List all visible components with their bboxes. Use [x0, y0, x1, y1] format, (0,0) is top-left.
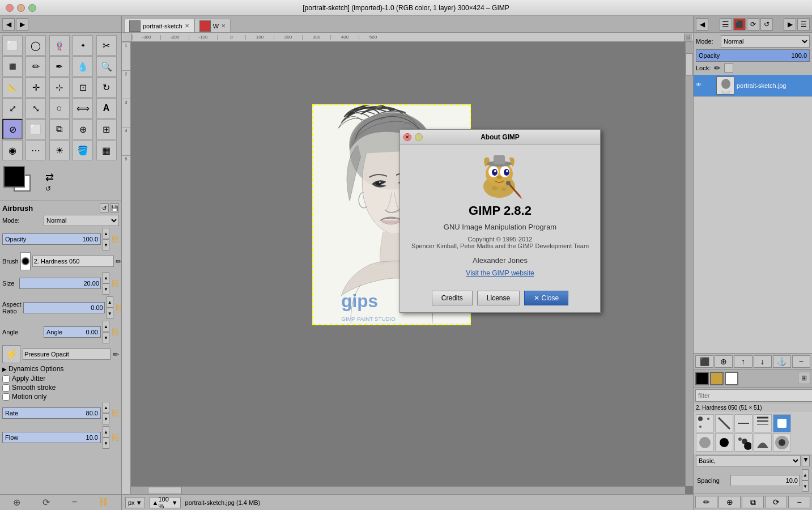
close-window-btn[interactable] [6, 4, 14, 12]
save-tool-btn[interactable]: 💾 [110, 203, 119, 212]
license-button[interactable]: License [477, 291, 520, 305]
brush-cell[interactable] [696, 434, 714, 452]
refresh-btn[interactable]: ⟳ [42, 497, 50, 508]
aspect-ratio-field[interactable] [23, 302, 105, 313]
aspect-up-btn[interactable]: ▲ [107, 296, 113, 308]
delete-btn[interactable]: − [72, 497, 77, 508]
brush-cell[interactable] [696, 414, 714, 432]
brushes-expand-btn[interactable]: ⊞ [798, 372, 810, 384]
smooth-stroke-checkbox[interactable] [2, 384, 10, 392]
toolbox-tab-fwd[interactable]: ▶ [16, 18, 28, 31]
angle-down-btn[interactable]: ▼ [103, 332, 109, 343]
tool-airbrush[interactable]: ⊘ [2, 119, 23, 139]
tool-paths[interactable]: ✏ [25, 56, 46, 76]
tool-crop[interactable]: ⊡ [73, 77, 93, 97]
angle-up-btn[interactable]: ▲ [103, 321, 109, 332]
anchor-layer-btn[interactable]: ⚓ [773, 355, 791, 368]
tool-flip[interactable]: ⟺ [73, 98, 93, 118]
tab-w[interactable]: W ✕ [194, 19, 231, 32]
duplicate-layer-btn[interactable]: ↓ [754, 355, 772, 368]
flow-up-btn[interactable]: ▲ [103, 426, 109, 437]
flow-down-btn[interactable]: ▼ [103, 437, 109, 449]
flow-chain-icon[interactable]: ⛓ [111, 433, 119, 442]
brush-cell[interactable] [715, 414, 733, 432]
tool-heal[interactable]: ⊕ [73, 119, 93, 139]
rate-chain-icon[interactable]: ⛓ [111, 409, 119, 418]
tool-fuzzy-select[interactable]: ✦ [73, 35, 93, 56]
channels-icon-btn[interactable]: ⬛ [733, 18, 746, 31]
tool-scale[interactable]: ⤢ [2, 98, 23, 118]
size-down-btn[interactable]: ▼ [103, 283, 109, 295]
close-about-button[interactable]: ✕ Close [524, 291, 568, 305]
tool-magnify[interactable]: 🔍 [96, 56, 117, 76]
mid-color[interactable] [710, 372, 724, 385]
new-layer-group-btn[interactable]: ⬛ [695, 355, 713, 368]
layers-icon-btn[interactable]: ☰ [720, 18, 732, 31]
dialog-min-btn[interactable] [415, 133, 423, 141]
website-link[interactable]: Visit the GIMP website [466, 269, 534, 277]
motion-only-checkbox[interactable] [2, 393, 10, 401]
rate-up-btn[interactable]: ▲ [103, 402, 109, 413]
flow-field[interactable]: Flow 10.0 [2, 432, 101, 443]
brush-preview[interactable] [20, 252, 31, 270]
mode-select[interactable]: Normal [44, 215, 119, 226]
foreground-color[interactable] [3, 166, 25, 188]
tool-rect-select[interactable]: ⬜ [2, 35, 23, 56]
brush-cell[interactable] [734, 434, 753, 452]
tool-perspective-clone[interactable]: ⊞ [96, 119, 117, 139]
size-up-btn[interactable]: ▲ [103, 272, 109, 283]
tool-shear[interactable]: ⤡ [25, 98, 46, 118]
tab-close-w[interactable]: ✕ [221, 23, 226, 29]
tool-foreground-select[interactable]: ⬛ [2, 56, 23, 76]
bg-color-small[interactable] [725, 372, 738, 385]
opacity-field[interactable]: Opacity 100.0 [2, 233, 101, 245]
credits-button[interactable]: Credits [432, 291, 473, 305]
tool-lasso[interactable]: 🪢 [49, 35, 70, 56]
aspect-down-btn[interactable]: ▼ [107, 308, 113, 319]
opacity-up-btn[interactable]: ▲ [103, 228, 109, 239]
scrollbar-thumb[interactable] [686, 53, 693, 76]
swap-colors-btn[interactable]: ⇄ [45, 171, 54, 184]
tool-move[interactable]: ✛ [25, 77, 46, 97]
brush-cat-btn[interactable]: ▼ [802, 455, 810, 466]
horizontal-scrollbar[interactable] [131, 486, 685, 494]
move-layer-up-btn[interactable]: ⊕ [715, 355, 733, 368]
spacing-up-btn[interactable]: ▲ [802, 469, 809, 481]
tool-rotate[interactable]: ↻ [96, 77, 117, 97]
rpanel-fwd-btn[interactable]: ▶ [784, 18, 796, 31]
tool-bucket-fill[interactable]: 🪣 [73, 140, 93, 160]
brush-cell-selected[interactable] [773, 414, 791, 432]
apply-jitter-checkbox[interactable] [2, 375, 10, 382]
brush-edit-btn[interactable]: ✏ [695, 496, 717, 508]
spacing-down-btn[interactable]: ▼ [802, 481, 809, 492]
h-scrollbar-thumb[interactable] [148, 487, 182, 494]
tool-smudge[interactable]: ⋯ [25, 140, 46, 160]
brush-cell[interactable] [715, 434, 733, 452]
toolbox-tab-back[interactable]: ◀ [2, 18, 15, 31]
brush-cell[interactable] [754, 434, 772, 452]
dynamics-icon[interactable]: ⚡ [2, 345, 20, 363]
brush-cell[interactable] [734, 414, 753, 432]
brush-refresh-btn[interactable]: ⟳ [765, 496, 787, 508]
tab-close-portrait[interactable]: ✕ [185, 23, 189, 29]
brush-cell[interactable] [754, 414, 772, 432]
layer-item-portrait[interactable]: 👁 portrait-sketch.jpg [694, 75, 812, 97]
dynamics-field[interactable] [23, 348, 110, 360]
lock-alpha-btn[interactable] [724, 63, 733, 73]
tool-measure[interactable]: 📐 [2, 77, 23, 97]
unit-selector[interactable]: px ▼ [125, 497, 145, 508]
restore-defaults-btn[interactable]: ↺ [100, 203, 109, 212]
brush-cell[interactable] [773, 434, 791, 452]
zoom-field[interactable]: ▲ 100 % ▼ [150, 497, 181, 508]
layer-opacity-field[interactable]: Opacity 100.0 [696, 49, 810, 62]
angle-field[interactable]: Angle 0.00 [44, 326, 101, 338]
undo-icon-btn[interactable]: ↺ [760, 18, 773, 31]
dialog-close-icon-btn[interactable]: ✕ [403, 133, 411, 141]
rpanel-menu-btn[interactable]: ☰ [797, 18, 810, 31]
tool-text[interactable]: A [96, 98, 117, 118]
layer-visibility-icon[interactable]: 👁 [696, 82, 704, 90]
brush-category-select[interactable]: Basic, [696, 455, 801, 466]
lock-paint-btn[interactable]: ✏ [714, 63, 721, 73]
chain-tool-btn[interactable]: ⛓ [99, 497, 108, 508]
rpanel-back-btn[interactable]: ◀ [696, 18, 708, 31]
